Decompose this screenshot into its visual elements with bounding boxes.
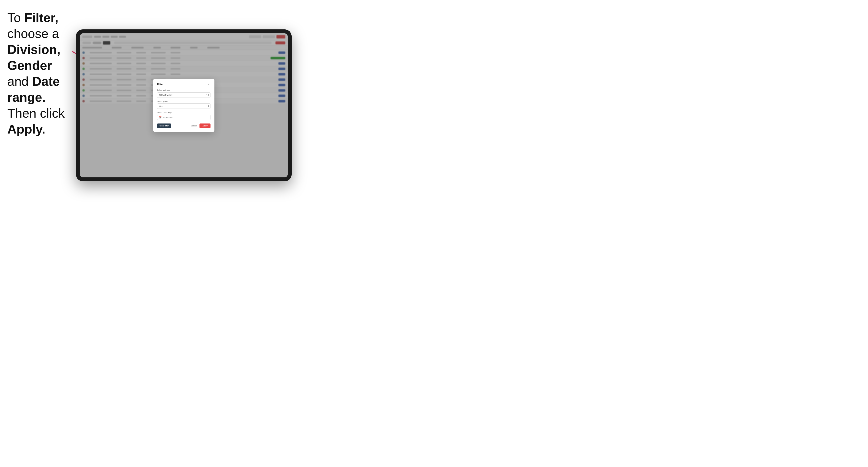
division-select-wrapper: NCAA Division I × ▲▼ — [157, 92, 211, 98]
gender-clear-icon[interactable]: × — [206, 105, 207, 107]
instruction-line3: and Date range. — [7, 74, 60, 104]
modal-close-button[interactable]: × — [207, 83, 211, 86]
division-arrow-icon[interactable]: ▲▼ — [208, 94, 210, 96]
modal-footer-right: Cancel Apply — [189, 123, 211, 128]
instruction-line2: Division, Gender — [7, 42, 61, 72]
modal-header: Filter × — [157, 83, 211, 86]
date-input-wrapper: 📅 — [157, 115, 211, 120]
gender-select-controls: × ▲▼ — [206, 105, 210, 107]
gender-select[interactable]: Men — [157, 103, 211, 109]
date-form-group: Select Date range 📅 — [157, 111, 211, 120]
division-clear-icon[interactable]: × — [206, 94, 207, 96]
cancel-button[interactable]: Cancel — [189, 123, 198, 128]
division-select[interactable]: NCAA Division I — [157, 92, 211, 98]
gender-label: Select gender — [157, 100, 211, 102]
instruction-line4: Then click Apply. — [7, 106, 65, 136]
division-select-controls: × ▲▼ — [206, 94, 210, 96]
gender-arrow-icon[interactable]: ▲▼ — [208, 105, 210, 107]
modal-footer: Clear filter Cancel Apply — [157, 123, 211, 128]
gender-form-group: Select gender Men × ▲▼ — [157, 100, 211, 109]
instruction-line1: To Filter, choose a — [7, 10, 59, 41]
instruction-text: To Filter, choose a Division, Gender and… — [7, 10, 79, 137]
division-form-group: Select a division NCAA Division I × ▲▼ — [157, 89, 211, 98]
date-label: Select Date range — [157, 111, 211, 114]
clear-filter-button[interactable]: Clear filter — [157, 123, 171, 128]
date-range-input[interactable] — [157, 115, 211, 120]
gender-select-wrapper: Men × ▲▼ — [157, 103, 211, 109]
apply-button[interactable]: Apply — [199, 123, 211, 128]
tablet-frame: Filter × Select a division NCAA Division… — [76, 29, 291, 181]
modal-title: Filter — [157, 83, 164, 86]
filter-modal: Filter × Select a division NCAA Division… — [153, 79, 214, 132]
tablet-screen: Filter × Select a division NCAA Division… — [80, 33, 288, 177]
modal-overlay: Filter × Select a division NCAA Division… — [80, 33, 288, 177]
division-label: Select a division — [157, 89, 211, 91]
